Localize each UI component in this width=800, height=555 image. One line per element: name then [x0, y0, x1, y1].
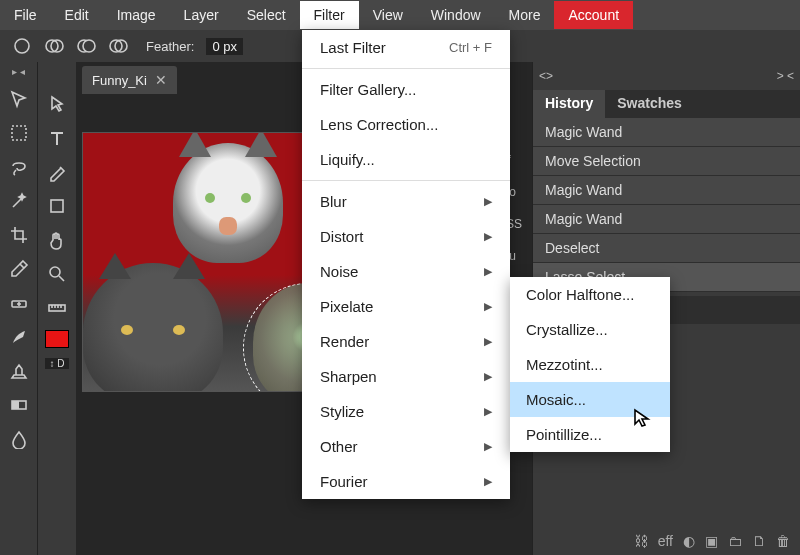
layer-mask-icon[interactable]: ▣	[705, 533, 718, 549]
clone-stamp-tool-icon[interactable]	[7, 359, 31, 383]
selection-intersect-icon[interactable]	[106, 34, 130, 58]
menu-item-label: Stylize	[320, 403, 364, 420]
adjustment-layer-icon[interactable]: ◐	[683, 533, 695, 549]
submenu-arrow-icon: ▶	[484, 300, 492, 313]
collapsed-panel-tabs: <> > <	[533, 62, 800, 90]
selection-new-icon[interactable]	[10, 34, 34, 58]
history-tab[interactable]: History	[533, 90, 605, 118]
menu-item-render[interactable]: Render▶	[302, 324, 510, 359]
menu-image[interactable]: Image	[103, 1, 170, 29]
svg-rect-7	[12, 126, 26, 140]
menu-item-fourier[interactable]: Fourier▶	[302, 464, 510, 499]
mouse-cursor-icon	[632, 408, 652, 432]
menu-item-lens-correction[interactable]: Lens Correction...	[302, 107, 510, 142]
swap-colors-label[interactable]: ↕ D	[45, 358, 69, 369]
submenu-item-crystallize[interactable]: Crystallize...	[510, 312, 670, 347]
image-content	[173, 143, 283, 263]
submenu-item-mezzotint[interactable]: Mezzotint...	[510, 347, 670, 382]
history-item[interactable]: Deselect	[533, 234, 800, 263]
menu-item-blur[interactable]: Blur▶	[302, 184, 510, 219]
foreground-color-swatch[interactable]	[45, 330, 69, 348]
submenu-item-color-halftone[interactable]: Color Halftone...	[510, 277, 670, 312]
history-item[interactable]: Move Selection	[533, 147, 800, 176]
type-tool-icon[interactable]	[45, 126, 69, 150]
submenu-arrow-icon: ▶	[484, 440, 492, 453]
feather-label: Feather:	[146, 39, 194, 54]
menu-item-label: Render	[320, 333, 369, 350]
delete-layer-icon[interactable]: 🗑	[776, 533, 790, 549]
menu-select[interactable]: Select	[233, 1, 300, 29]
menu-item-label: Sharpen	[320, 368, 377, 385]
svg-rect-10	[12, 401, 19, 409]
move-tool-icon[interactable]	[7, 87, 31, 111]
history-item[interactable]: Magic Wand	[533, 205, 800, 234]
new-layer-icon[interactable]: 🗋	[752, 533, 766, 549]
crop-tool-icon[interactable]	[7, 223, 31, 247]
menu-item-label: Liquify...	[320, 151, 375, 168]
menu-filter[interactable]: Filter	[300, 1, 359, 29]
collapse-hint[interactable]: > <	[773, 66, 798, 86]
selection-add-icon[interactable]	[42, 34, 66, 58]
brush-tool-icon[interactable]	[7, 325, 31, 349]
selection-tool-icon[interactable]	[45, 92, 69, 116]
collapsed-tab-diamond-icon[interactable]: <>	[535, 66, 557, 86]
new-group-icon[interactable]: 🗀	[728, 533, 742, 549]
menu-item-label: Crystallize...	[526, 321, 608, 338]
keyboard-shortcut: Ctrl + F	[449, 40, 492, 55]
menu-account[interactable]: Account	[554, 1, 633, 29]
menu-bar: File Edit Image Layer Select Filter View…	[0, 0, 800, 30]
selection-subtract-icon[interactable]	[74, 34, 98, 58]
menu-item-last-filter[interactable]: Last Filter Ctrl + F	[302, 30, 510, 65]
submenu-arrow-icon: ▶	[484, 230, 492, 243]
swatches-tab[interactable]: Swatches	[605, 90, 694, 118]
menu-file[interactable]: File	[0, 1, 51, 29]
eyedropper-tool-icon[interactable]	[7, 257, 31, 281]
menu-item-distort[interactable]: Distort▶	[302, 219, 510, 254]
menu-item-label: Last Filter	[320, 39, 386, 56]
menu-item-noise[interactable]: Noise▶	[302, 254, 510, 289]
menu-separator	[302, 68, 510, 69]
ruler-tool-icon[interactable]	[45, 296, 69, 320]
svg-point-12	[50, 267, 60, 277]
magic-wand-tool-icon[interactable]	[7, 189, 31, 213]
menu-layer[interactable]: Layer	[170, 1, 233, 29]
menu-item-label: Blur	[320, 193, 347, 210]
healing-brush-tool-icon[interactable]	[7, 291, 31, 315]
svg-point-4	[83, 40, 95, 52]
menu-more[interactable]: More	[495, 1, 555, 29]
menu-item-label: Pixelate	[320, 298, 373, 315]
menu-item-label: Pointillize...	[526, 426, 602, 443]
feather-value[interactable]: 0 px	[206, 38, 243, 55]
marquee-tool-icon[interactable]	[7, 121, 31, 145]
zoom-tool-icon[interactable]	[45, 262, 69, 286]
blur-tool-icon[interactable]	[7, 427, 31, 451]
submenu-arrow-icon: ▶	[484, 335, 492, 348]
menu-item-filter-gallery[interactable]: Filter Gallery...	[302, 72, 510, 107]
menu-item-sharpen[interactable]: Sharpen▶	[302, 359, 510, 394]
close-document-icon[interactable]: ✕	[155, 72, 167, 88]
hand-tool-icon[interactable]	[45, 228, 69, 252]
lasso-tool-icon[interactable]	[7, 155, 31, 179]
menu-item-stylize[interactable]: Stylize▶	[302, 394, 510, 429]
gradient-tool-icon[interactable]	[7, 393, 31, 417]
menu-view[interactable]: View	[359, 1, 417, 29]
submenu-arrow-icon: ▶	[484, 370, 492, 383]
history-panel: History Swatches Magic Wand Move Selecti…	[533, 90, 800, 292]
menu-item-liquify[interactable]: Liquify...	[302, 142, 510, 177]
link-layers-icon[interactable]: ⛓	[634, 533, 648, 549]
menu-item-other[interactable]: Other▶	[302, 429, 510, 464]
layer-effects-label[interactable]: eff	[658, 533, 673, 549]
history-item[interactable]: Magic Wand	[533, 118, 800, 147]
collapse-tools-icon[interactable]: ▸ ◂	[12, 66, 25, 77]
pen-tool-icon[interactable]	[45, 160, 69, 184]
svg-point-0	[15, 39, 29, 53]
document-tab-title: Funny_Ki	[92, 73, 147, 88]
shape-tool-icon[interactable]	[45, 194, 69, 218]
menu-edit[interactable]: Edit	[51, 1, 103, 29]
history-item[interactable]: Magic Wand	[533, 176, 800, 205]
menu-item-pixelate[interactable]: Pixelate▶	[302, 289, 510, 324]
history-list: Magic Wand Move Selection Magic Wand Mag…	[533, 118, 800, 292]
menu-window[interactable]: Window	[417, 1, 495, 29]
submenu-arrow-icon: ▶	[484, 405, 492, 418]
document-tab[interactable]: Funny_Ki ✕	[82, 66, 177, 94]
